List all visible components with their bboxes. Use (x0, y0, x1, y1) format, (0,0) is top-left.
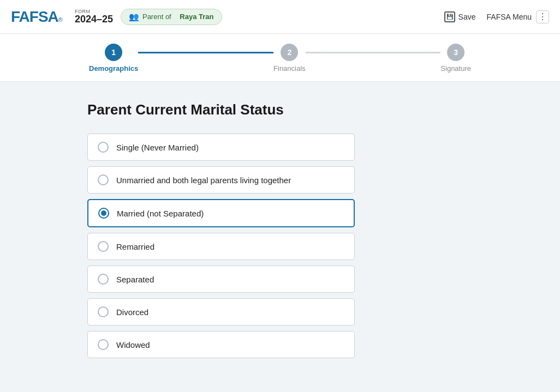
radio-circle-single (98, 142, 109, 153)
radio-circle-remarried (98, 241, 109, 252)
radio-label-separated: Separated (116, 275, 154, 284)
form-year-block: FORM 2024–25 (75, 9, 113, 25)
fafsa-menu-button[interactable]: FAFSA Menu ⋮ (487, 10, 549, 23)
save-icon: 💾 (444, 11, 455, 22)
radio-circle-married (98, 208, 109, 219)
radio-label-remarried: Remarried (116, 242, 154, 251)
registered-mark: ® (58, 16, 63, 23)
step-2-circle: 2 (281, 44, 298, 61)
header-right: 💾 Save FAFSA Menu ⋮ (444, 10, 549, 23)
radio-option-single[interactable]: Single (Never Married) (87, 134, 355, 161)
step-3-circle: 3 (447, 44, 464, 61)
marital-status-radio-group: Single (Never Married) Unmarried and bot… (87, 134, 355, 358)
parent-of-label: Parent of (142, 13, 171, 21)
radio-option-remarried[interactable]: Remarried (87, 233, 355, 260)
progress-section: 1 Demographics 2 Financials 3 Signature (0, 34, 560, 82)
header: FAFSA ® FORM 2024–25 👥 Parent of Raya Tr… (0, 0, 560, 34)
radio-option-separated[interactable]: Separated (87, 266, 355, 293)
radio-circle-widowed (98, 339, 109, 350)
save-button[interactable]: 💾 Save (444, 11, 476, 22)
step-demographics: 1 Demographics (89, 44, 138, 73)
radio-label-unmarried: Unmarried and both legal parents living … (116, 176, 291, 185)
radio-label-divorced: Divorced (116, 307, 148, 317)
radio-label-married: Married (not Separated) (117, 209, 204, 218)
radio-option-married[interactable]: Married (not Separated) (87, 199, 355, 227)
progress-steps: 1 Demographics 2 Financials 3 Signature (89, 44, 471, 73)
fafsa-wordmark: FAFSA (11, 8, 58, 26)
fafsa-logo: FAFSA ® (11, 8, 63, 26)
kebab-menu-icon: ⋮ (536, 10, 549, 23)
form-year-text: 2024–25 (75, 14, 113, 25)
step-signature: 3 Signature (440, 44, 471, 73)
step-2-label: Financials (273, 64, 306, 73)
parent-badge: 👥 Parent of Raya Tran (121, 9, 222, 25)
radio-option-divorced[interactable]: Divorced (87, 298, 355, 325)
radio-circle-divorced (98, 306, 109, 317)
step-line-2-3 (306, 52, 441, 53)
step-1-label: Demographics (89, 64, 138, 73)
radio-label-widowed: Widowed (116, 340, 150, 349)
radio-circle-separated (98, 274, 109, 285)
main-content: Parent Current Marital Status Single (Ne… (0, 82, 560, 380)
step-1-circle: 1 (105, 44, 122, 61)
radio-circle-unmarried (98, 174, 109, 185)
header-left: FAFSA ® FORM 2024–25 👥 Parent of Raya Tr… (11, 8, 222, 26)
parent-name: Raya Tran (180, 13, 213, 21)
page-title: Parent Current Marital Status (87, 101, 473, 118)
fafsa-menu-label: FAFSA Menu (487, 13, 532, 21)
radio-label-single: Single (Never Married) (116, 143, 199, 152)
step-financials: 2 Financials (273, 44, 306, 73)
step-line-1-2 (138, 52, 273, 53)
step-3-label: Signature (440, 64, 471, 73)
radio-inner-married (101, 210, 106, 216)
people-icon: 👥 (129, 12, 139, 22)
save-label: Save (458, 13, 476, 21)
radio-option-unmarried[interactable]: Unmarried and both legal parents living … (87, 166, 355, 194)
radio-option-widowed[interactable]: Widowed (87, 331, 355, 358)
